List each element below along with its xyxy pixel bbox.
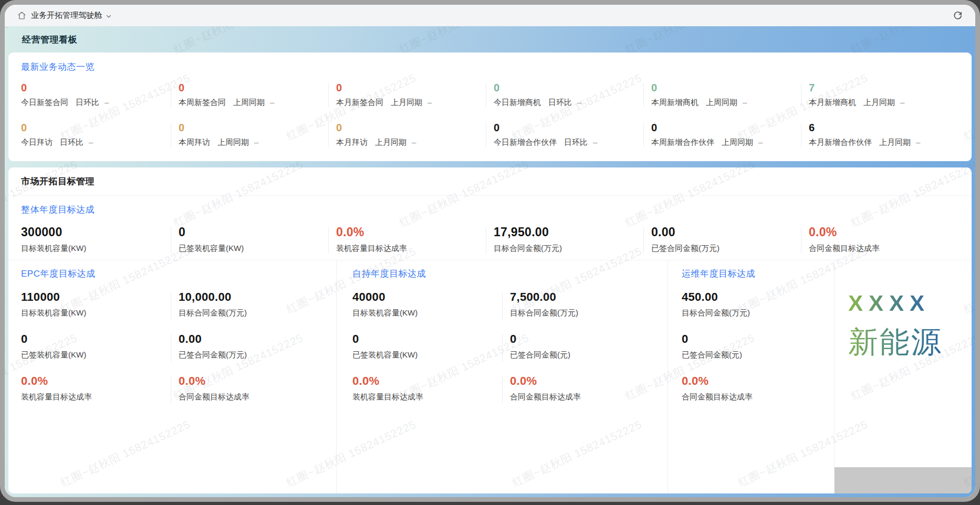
stat-label: 目标合同金额(万元) xyxy=(682,308,829,318)
stat-compare-value: – xyxy=(270,98,274,107)
stat-value: 0 xyxy=(179,81,336,94)
stat-label: 本月新增商机 xyxy=(809,98,856,107)
page-title-dropdown[interactable]: 业务开拓管理驾驶舱 xyxy=(31,10,102,20)
stat-compare-value: – xyxy=(428,98,432,107)
stat-value: 0 xyxy=(682,332,829,346)
stat-value: 0.0% xyxy=(352,374,510,388)
stat-label: 本周新签合同 xyxy=(179,98,226,107)
stat-value: 0 xyxy=(352,332,510,346)
stat-compare-label: 日环比 xyxy=(60,138,84,146)
selfhold-target-panel: 自持年度目标达成 40000 目标装机容量(KW) 7,500.00 目标合同金… xyxy=(336,260,668,493)
logo-panel-footer-bar xyxy=(835,467,972,493)
stat-label: 已签合同金额(元) xyxy=(510,350,668,360)
stat-value: 40000 xyxy=(352,290,510,304)
stat-value: 0 xyxy=(21,81,179,94)
stat-compare-label: 上周同期 xyxy=(217,138,249,146)
overall-signed-amount: 0.00 已签合同金额(万元) xyxy=(651,225,809,254)
epc-amount-rate: 0.0% 合同金额目标达成率 xyxy=(179,374,336,416)
overall-target-amount: 17,950.00 目标合同金额(万元) xyxy=(494,225,651,254)
stat-value: 0 xyxy=(651,81,809,94)
stat-value: 0 xyxy=(179,225,336,239)
stat-compare-value: – xyxy=(743,98,747,107)
stat-today-new-contract: 0 今日新签合同日环比– xyxy=(21,81,179,121)
stat-value: 0.0% xyxy=(21,374,179,388)
stat-compare-value: – xyxy=(105,98,109,107)
board-title: 经营管理看板 xyxy=(8,26,972,52)
stat-label: 本周拜访 xyxy=(179,138,210,146)
overall-capacity-rate: 0.0% 装机容量目标达成率 xyxy=(336,225,494,254)
stat-value: 450.00 xyxy=(682,290,829,304)
stat-compare-label: 上月同期 xyxy=(879,138,911,146)
card-gap xyxy=(8,161,972,167)
stat-compare-label: 上周同期 xyxy=(233,98,265,107)
refresh-icon[interactable] xyxy=(953,10,963,20)
stat-label: 已签合同金额(元) xyxy=(682,350,829,360)
app-window: 业务开拓管理驾驶舱 经营管理看板 最新业务动态一览 0 今日新签合同日环比– 0… xyxy=(0,0,980,502)
stat-value: 300000 xyxy=(21,225,179,239)
company-logo-subtext: 新能源 xyxy=(848,322,943,363)
stat-label: 已签合同金额(万元) xyxy=(651,244,809,254)
stat-value: 0 xyxy=(651,121,809,134)
stat-value: 10,000.00 xyxy=(179,290,336,304)
stat-label: 目标装机容量(KW) xyxy=(352,308,510,318)
om-signed-amount: 0 已签合同金额(元) xyxy=(682,332,829,374)
stat-value: 0 xyxy=(21,121,179,134)
home-icon[interactable] xyxy=(17,11,26,20)
overall-signed-capacity: 0 已签装机容量(KW) xyxy=(179,225,336,254)
stat-label: 今日新增商机 xyxy=(494,98,541,107)
stat-compare-value: – xyxy=(89,138,93,146)
stat-week-new-opportunity: 0 本周新增商机上周同期– xyxy=(651,81,809,121)
epc-target-capacity: 110000 目标装机容量(KW) xyxy=(21,290,179,332)
stat-week-visit: 0 本周拜访上周同期– xyxy=(179,121,336,161)
stat-value: 0.0% xyxy=(809,225,966,239)
stat-value: 0.0% xyxy=(682,374,829,388)
om-target-title[interactable]: 运维年度目标达成 xyxy=(682,268,834,280)
stat-today-visit: 0 今日拜访日环比– xyxy=(21,121,179,161)
market-target-title: 市场开拓目标管理 xyxy=(8,167,972,195)
latest-activity-title[interactable]: 最新业务动态一览 xyxy=(21,61,972,73)
epc-target-amount: 10,000.00 目标合同金额(万元) xyxy=(179,290,336,332)
stat-compare-label: 日环比 xyxy=(548,98,572,107)
overall-target-title[interactable]: 整体年度目标达成 xyxy=(21,204,972,216)
stat-value: 110000 xyxy=(21,290,179,304)
latest-activity-card: 最新业务动态一览 0 今日新签合同日环比– 0 本周新签合同上周同期– 0 本月… xyxy=(8,52,972,161)
stat-label: 装机容量目标达成率 xyxy=(352,392,510,402)
stat-label: 合同金额目标达成率 xyxy=(179,392,336,402)
selfhold-signed-capacity: 0 已签装机容量(KW) xyxy=(352,332,510,374)
stat-compare-value: – xyxy=(254,138,258,146)
chevron-down-icon[interactable] xyxy=(106,13,112,19)
overall-target-section: 整体年度目标达成 300000 目标装机容量(KW) 0 已签装机容量(KW) … xyxy=(8,196,972,260)
stat-compare-value: – xyxy=(593,138,597,146)
stat-label: 今日拜访 xyxy=(21,138,53,146)
stat-value: 0 xyxy=(494,81,651,94)
stat-value: 0 xyxy=(510,332,668,346)
target-panels: EPC年度目标达成 110000 目标装机容量(KW) 10,000.00 目标… xyxy=(8,260,972,493)
selfhold-target-title[interactable]: 自持年度目标达成 xyxy=(352,268,668,280)
stat-compare-value: – xyxy=(758,138,763,146)
stat-value: 0.0% xyxy=(336,225,494,239)
stat-week-new-contract: 0 本周新签合同上周同期– xyxy=(179,81,336,121)
stat-label: 目标装机容量(KW) xyxy=(21,244,179,254)
stat-label: 已签装机容量(KW) xyxy=(179,244,336,254)
stat-value: 0 xyxy=(336,121,494,134)
epc-target-title[interactable]: EPC年度目标达成 xyxy=(21,268,336,280)
stat-compare-label: 日环比 xyxy=(76,98,99,107)
stat-label: 目标装机容量(KW) xyxy=(21,308,179,318)
epc-signed-amount: 0.00 已签合同金额(万元) xyxy=(179,332,336,374)
selfhold-target-amount: 7,500.00 目标合同金额(万元) xyxy=(510,290,668,332)
stat-value: 0 xyxy=(179,121,336,134)
stat-value: 0 xyxy=(21,332,179,346)
stat-value: 7,500.00 xyxy=(510,290,668,304)
stat-label: 本周新增商机 xyxy=(651,98,698,107)
stat-value: 0.00 xyxy=(651,225,809,239)
epc-signed-capacity: 0 已签装机容量(KW) xyxy=(21,332,179,374)
stat-compare-value: – xyxy=(900,98,904,107)
stat-label: 本周新增合作伙伴 xyxy=(651,138,714,146)
stat-today-new-opportunity: 0 今日新增商机日环比– xyxy=(494,81,651,121)
selfhold-signed-amount: 0 已签合同金额(元) xyxy=(510,332,668,374)
stat-month-new-contract: 0 本月新签合同上月同期– xyxy=(336,81,494,121)
latest-activity-grid: 0 今日新签合同日环比– 0 本周新签合同上周同期– 0 本月新签合同上月同期–… xyxy=(21,81,972,161)
stat-value: 7 xyxy=(809,81,966,94)
market-target-card: 市场开拓目标管理 整体年度目标达成 300000 目标装机容量(KW) 0 已签… xyxy=(8,167,972,493)
stat-month-visit: 0 本月拜访上月同期– xyxy=(336,121,494,161)
